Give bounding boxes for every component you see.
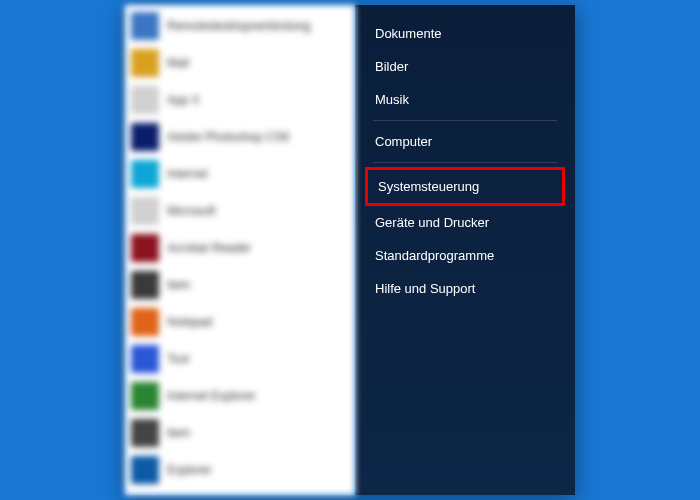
app-icon xyxy=(131,271,159,299)
app-label: Item xyxy=(167,278,190,292)
program-item[interactable]: Item xyxy=(125,266,355,303)
program-item[interactable]: Internet xyxy=(125,155,355,192)
menu-help-support[interactable]: Hilfe und Support xyxy=(355,272,575,305)
program-item[interactable]: Internet Explorer xyxy=(125,377,355,414)
places-menu: DokumenteBilderMusik Computer Systemsteu… xyxy=(355,5,575,495)
app-label: Mail xyxy=(167,56,189,70)
menu-control-panel[interactable]: Systemsteuerung xyxy=(368,170,562,203)
program-item[interactable]: Explorer xyxy=(125,451,355,488)
program-item[interactable]: Microsoft xyxy=(125,192,355,229)
menu-pictures[interactable]: Bilder xyxy=(355,50,575,83)
menu-devices-printers[interactable]: Geräte und Drucker xyxy=(355,206,575,239)
app-icon xyxy=(131,12,159,40)
app-label: Microsoft xyxy=(167,204,216,218)
app-label: Remotedesktopverbindung xyxy=(167,19,310,33)
program-item[interactable]: Item xyxy=(125,414,355,451)
start-menu: RemotedesktopverbindungMailApp XAdobe Ph… xyxy=(125,5,575,495)
app-label: Notepad xyxy=(167,315,212,329)
app-icon xyxy=(131,49,159,77)
menu-divider xyxy=(373,162,557,163)
app-icon xyxy=(131,197,159,225)
program-item[interactable]: Notepad xyxy=(125,303,355,340)
app-icon xyxy=(131,382,159,410)
app-icon xyxy=(131,234,159,262)
app-label: Item xyxy=(167,426,190,440)
app-icon xyxy=(131,419,159,447)
program-item[interactable]: Mail xyxy=(125,44,355,81)
program-item[interactable]: Tool xyxy=(125,340,355,377)
program-item[interactable]: Remotedesktopverbindung xyxy=(125,7,355,44)
app-icon xyxy=(131,123,159,151)
program-item[interactable]: Adobe Photoshop CS6 xyxy=(125,118,355,155)
menu-divider xyxy=(373,120,557,121)
app-label: Explorer xyxy=(167,463,212,477)
app-label: Internet Explorer xyxy=(167,389,256,403)
programs-list: RemotedesktopverbindungMailApp XAdobe Ph… xyxy=(125,5,355,495)
app-icon xyxy=(131,160,159,188)
app-label: Acrobat Reader xyxy=(167,241,251,255)
app-label: Adobe Photoshop CS6 xyxy=(167,130,289,144)
menu-default-programs[interactable]: Standardprogramme xyxy=(355,239,575,272)
program-item[interactable]: App X xyxy=(125,81,355,118)
app-icon xyxy=(131,308,159,336)
menu-computer[interactable]: Computer xyxy=(355,125,575,158)
menu-documents[interactable]: Dokumente xyxy=(355,17,575,50)
app-icon xyxy=(131,86,159,114)
app-icon xyxy=(131,345,159,373)
highlight-systemsteuerung: Systemsteuerung xyxy=(365,167,565,206)
app-label: Internet xyxy=(167,167,208,181)
app-label: App X xyxy=(167,93,200,107)
program-item[interactable]: Acrobat Reader xyxy=(125,229,355,266)
app-label: Tool xyxy=(167,352,189,366)
menu-music[interactable]: Musik xyxy=(355,83,575,116)
app-icon xyxy=(131,456,159,484)
